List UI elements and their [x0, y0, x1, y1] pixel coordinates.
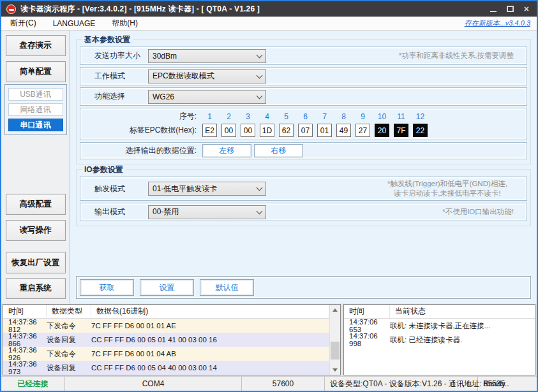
status-row[interactable]: 14:37:06 653联机: 未连接读卡器,正在连接...	[344, 319, 535, 333]
menu-help[interactable]: 帮助(H)	[112, 18, 138, 29]
title-bar: 读卡器演示程序 - [Ver:3.4.0.2] - [915MHz 读卡器] -…	[1, 1, 537, 17]
epc-byte-cells: E200001D6207014927207F22	[202, 124, 432, 137]
menu-disconnect[interactable]: 断开(C)	[10, 18, 36, 29]
epc-seq-number: 2	[221, 112, 236, 121]
epc-byte-cell[interactable]: 62	[279, 124, 294, 137]
tx-power-row: 发送功率大小 30dBm *功率和距离非线性关系,按需要调整	[80, 47, 527, 65]
log-header-type: 数据类型	[47, 305, 91, 318]
action-bar: 获取 设置 默认值	[76, 276, 531, 299]
sidebar-button-network-comm[interactable]: 网络通讯	[8, 103, 63, 116]
window-title: 读卡器演示程序 - [Ver:3.4.0.2] - [915MHz 读卡器] -…	[20, 4, 260, 15]
close-icon[interactable]: ×	[524, 5, 529, 13]
function-select[interactable]: WG26	[148, 90, 266, 104]
tx-power-label: 发送功率大小	[84, 50, 148, 61]
output-mode-value: 00-禁用	[153, 207, 257, 217]
status-cell-time: 14:37:06 653	[344, 318, 390, 333]
log-cell-packet: CC FF FF D6 00 05 04 40 00 03 00 14	[91, 364, 329, 372]
log-cell-type: 下发命令	[47, 349, 91, 359]
output-position-row: 选择输出的数据位置: 左移 右移	[80, 142, 527, 159]
epc-byte-cell[interactable]: 1D	[260, 124, 274, 137]
bottom-panels: 时间 数据类型 数据包(16进制) 14:37:36 812下发命令7C FF …	[1, 303, 537, 376]
chevron-down-icon	[257, 185, 263, 191]
app-window: 读卡器演示程序 - [Ver:3.4.0.2] - [915MHz 读卡器] -…	[0, 0, 538, 392]
sidebar-button-simple-config[interactable]: 简单配置	[6, 61, 66, 82]
log-row[interactable]: 14:37:36 812下发命令7C FF FF D6 00 01 01 AE	[3, 319, 329, 333]
output-position-label: 选择输出的数据位置:	[84, 145, 202, 156]
sidebar-button-usb-comm[interactable]: USB通讯	[8, 88, 63, 101]
log-row[interactable]: 14:37:36 926下发命令7C FF FF D6 00 01 04 AB	[3, 347, 329, 361]
epc-byte-cell[interactable]: 20	[375, 124, 389, 137]
epc-byte-cell[interactable]: 07	[298, 124, 313, 137]
function-select-label: 功能选择	[84, 91, 148, 102]
log-cell-packet: 7C FF FF D6 00 01 04 AB	[91, 350, 329, 358]
status-header-state: 当前状态	[390, 305, 535, 318]
sidebar-button-advanced-config[interactable]: 高级配置	[6, 194, 66, 215]
epc-byte-cell[interactable]: E2	[202, 124, 217, 137]
trigger-note-line2: 读卡启动读卡,未接低电平不读卡!	[394, 189, 500, 197]
io-params-group-title: IO参数设置	[82, 164, 126, 175]
work-mode-select[interactable]: EPC数据读取模式	[148, 69, 266, 83]
sidebar-button-factory-reset[interactable]: 恢复出厂设置	[6, 252, 66, 273]
epc-byte-cell[interactable]: 01	[317, 124, 332, 137]
output-mode-row: 输出模式 00-禁用 *不使用IO口输出功能!	[80, 203, 527, 221]
reader-app-icon	[6, 4, 16, 14]
epc-byte-cell[interactable]: 49	[336, 124, 351, 137]
epc-seq-number: 8	[336, 112, 351, 121]
log-cell-packet: 7C FF FF D6 00 01 01 AE	[91, 322, 329, 330]
status-bar: 已经连接 COM4 57600 设备类型:QT0A - 设备版本:V1.26 -…	[1, 376, 537, 391]
maximize-icon[interactable]	[507, 6, 514, 12]
default-button[interactable]: 默认值	[200, 279, 254, 296]
status-cell-state: 联机: 已经连接读卡器.	[390, 335, 535, 345]
sidebar-button-read-write[interactable]: 读写操作	[6, 220, 66, 241]
epc-seq-number: 10	[375, 112, 389, 121]
set-button[interactable]: 设置	[140, 279, 194, 296]
basic-params-group: 基本参数设置 发送功率大小 30dBm *功率和距离非线性关系,按需要调整 工作…	[76, 39, 531, 164]
menu-language[interactable]: LANGUAGE	[53, 19, 96, 28]
scroll-down-icon[interactable]	[330, 365, 340, 375]
scrollbar-thumb[interactable]	[331, 342, 340, 359]
trigger-mode-select[interactable]: 01-低电平触发读卡	[148, 182, 266, 196]
epc-byte-cell[interactable]: 27	[355, 124, 370, 137]
log-cell-time: 14:37:36 926	[3, 346, 47, 361]
epc-byte-cell[interactable]: 00	[241, 124, 255, 137]
chevron-down-icon	[257, 52, 263, 58]
chevron-down-icon	[257, 92, 263, 99]
epc-byte-cell[interactable]: 22	[413, 124, 428, 137]
comm-type-group: USB通讯 网络通讯 串口通讯	[4, 84, 67, 135]
sidebar-button-serial-comm[interactable]: 串口通讯	[8, 119, 63, 131]
log-scrollbar[interactable]	[329, 305, 340, 375]
tx-power-select[interactable]: 30dBm	[148, 49, 266, 63]
sidebar-button-restart-system[interactable]: 重启系统	[6, 278, 66, 299]
get-button[interactable]: 获取	[80, 279, 134, 296]
status-row[interactable]: 14:37:06 998联机: 已经连接读卡器.	[344, 333, 535, 347]
minimize-icon[interactable]	[490, 11, 497, 12]
sidebar-button-inventory-demo[interactable]: 盘存演示	[6, 35, 66, 56]
chevron-down-icon	[257, 72, 263, 78]
epc-seq-label: 序号:	[84, 111, 202, 122]
menu-bar: 断开(C) LANGUAGE 帮助(H) 存在新版本...v3.4.0.3	[1, 17, 537, 31]
settings-panel: 基本参数设置 发送功率大小 30dBm *功率和距离非线性关系,按需要调整 工作…	[70, 31, 537, 303]
log-header-packet: 数据包(16进制)	[91, 305, 329, 318]
log-cell-type: 下发命令	[47, 321, 91, 331]
output-mode-label: 输出模式	[84, 207, 148, 217]
epc-byte-cell[interactable]: 00	[221, 124, 236, 137]
sidebar: 盘存演示 简单配置 USB通讯 网络通讯 串口通讯 高级配置 读写操作 恢复出厂…	[1, 31, 70, 303]
trigger-mode-label: 触发模式	[84, 184, 148, 194]
epc-byte-cell[interactable]: 7F	[394, 124, 408, 137]
shift-right-button[interactable]: 右移	[254, 144, 303, 157]
tx-power-note: *功率和距离非线性关系,按需要调整	[399, 51, 523, 61]
update-version-link[interactable]: 存在新版本...v3.4.0.3	[465, 18, 530, 28]
scroll-up-icon[interactable]	[330, 305, 340, 315]
log-row[interactable]: 14:37:36 973设备回复CC FF FF D6 00 05 04 40 …	[3, 361, 329, 375]
main-body: 盘存演示 简单配置 USB通讯 网络通讯 串口通讯 高级配置 读写操作 恢复出厂…	[1, 31, 537, 303]
log-cell-type: 设备回复	[47, 363, 91, 373]
epc-seq-number: 9	[355, 112, 370, 121]
shift-left-button[interactable]: 左移	[202, 144, 251, 157]
comm-log-table: 时间 数据类型 数据包(16进制) 14:37:36 812下发命令7C FF …	[3, 304, 341, 375]
output-mode-select[interactable]: 00-禁用	[148, 205, 266, 219]
log-table-header: 时间 数据类型 数据包(16进制)	[3, 305, 329, 319]
log-row[interactable]: 14:37:36 866设备回复CC FF FF D6 00 05 01 41 …	[3, 333, 329, 347]
work-mode-row: 工作模式 EPC数据读取模式	[80, 67, 527, 85]
com-port: COM4	[65, 377, 242, 391]
trigger-note-line1: *触发线(Trigger)和低电平(GND)相连,	[387, 180, 507, 187]
